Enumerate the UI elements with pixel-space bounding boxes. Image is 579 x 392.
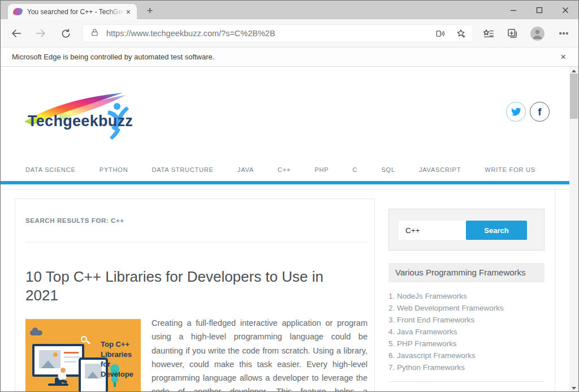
- sidebar-divider: [388, 381, 545, 382]
- results-divider: [25, 242, 367, 243]
- frameworks-list-item: 6. Javascript Frameworks: [388, 350, 545, 361]
- web-page: Techgeekbuzz f DATA SCIENCEPYTHONDATA ST…: [1, 67, 578, 392]
- nav-item[interactable]: WRITE FOR US: [485, 166, 535, 173]
- thumb-monitor-graphic: [32, 344, 84, 377]
- article-excerpt: Creating a full-fledged interactive appl…: [152, 316, 368, 392]
- tab-title: You searched for C++ - TechGee: [27, 8, 124, 16]
- address-bar[interactable]: https://www.techgeekbuzz.com/?s=C%2B%2B: [82, 24, 473, 42]
- search-results-panel: SEARCH RESULTS FOR: C++ 10 Top C++ Libra…: [15, 199, 375, 392]
- forward-button[interactable]: [33, 26, 48, 41]
- thumb-person-graphic: [61, 368, 66, 373]
- nav-item[interactable]: C: [353, 166, 358, 173]
- framework-link[interactable]: 4. Java Frameworks: [388, 326, 545, 338]
- maximize-button[interactable]: [526, 1, 552, 19]
- nav-item[interactable]: DATA SCIENCE: [25, 166, 76, 173]
- nav-item[interactable]: PYTHON: [100, 166, 128, 173]
- main-navigation: DATA SCIENCEPYTHONDATA STRUCTUREJAVAC++P…: [1, 158, 570, 184]
- tab-favicon-icon: [13, 8, 23, 15]
- article-thumbnail[interactable]: Top C++ Libraries for Develope: [25, 319, 141, 392]
- close-window-button[interactable]: [552, 1, 578, 19]
- thumbnail-caption: Top C++ Libraries for Develope: [101, 339, 141, 379]
- tab-close-icon[interactable]: ×: [124, 7, 132, 16]
- twitter-button[interactable]: [506, 102, 526, 122]
- logo-text: Techgeekbuzz: [28, 113, 133, 130]
- nav-item[interactable]: C++: [278, 166, 291, 173]
- nav-item[interactable]: JAVASCRIPT: [419, 166, 461, 173]
- frameworks-list-item: 7. Python Frameworks: [388, 361, 545, 373]
- frameworks-list-item: 5. PHP Frameworks: [388, 338, 545, 350]
- url-text[interactable]: https://www.techgeekbuzz.com/?s=C%2B%2B: [106, 29, 432, 38]
- frameworks-list-item: 2. Web Development Frameworks: [388, 302, 545, 314]
- browser-window: You searched for C++ - TechGee × +: [0, 0, 579, 392]
- sidebar-search-button[interactable]: Search: [466, 221, 527, 240]
- main-nav-links: DATA SCIENCEPYTHONDATA STRUCTUREJAVAC++P…: [25, 158, 535, 181]
- window-controls: [500, 1, 578, 19]
- automation-notice-bar: Microsoft Edge is being controlled by au…: [1, 48, 578, 67]
- framework-link[interactable]: 2. Web Development Frameworks: [388, 302, 545, 314]
- sidebar-search-widget: Search: [388, 209, 545, 251]
- framework-link[interactable]: 7. Python Frameworks: [388, 361, 545, 373]
- title-bar: You searched for C++ - TechGee × +: [1, 1, 578, 19]
- favorites-hub-icon[interactable]: [481, 26, 495, 41]
- content-divider-right: [555, 189, 555, 392]
- scrollbar-thumb[interactable]: [570, 74, 578, 119]
- nav-item[interactable]: JAVA: [237, 166, 254, 173]
- frameworks-list-item: 3. Front End Frameworks: [388, 314, 545, 326]
- sidebar-search-input[interactable]: [399, 221, 466, 240]
- facebook-button[interactable]: f: [530, 102, 550, 122]
- back-button[interactable]: [9, 26, 24, 41]
- framework-link[interactable]: 3. Front End Frameworks: [388, 314, 545, 326]
- refresh-button[interactable]: [58, 26, 73, 41]
- lock-icon[interactable]: [90, 28, 100, 40]
- nav-item[interactable]: DATA STRUCTURE: [152, 166, 214, 173]
- add-favorite-star-icon[interactable]: [452, 26, 469, 41]
- profile-avatar[interactable]: [530, 27, 545, 41]
- nav-accent-bar: [1, 181, 570, 184]
- nav-item[interactable]: SQL: [381, 166, 395, 173]
- content-divider-top: [1, 189, 570, 189]
- scrollbar-down-arrow[interactable]: [569, 384, 578, 392]
- frameworks-list-item: 4. Java Frameworks: [388, 326, 545, 338]
- frameworks-list: 1. NodeJs Frameworks2. Web Development F…: [388, 290, 545, 373]
- settings-menu-icon[interactable]: [556, 26, 571, 41]
- browser-toolbar: https://www.techgeekbuzz.com/?s=C%2B%2B: [1, 19, 578, 48]
- twitter-icon: [511, 107, 521, 117]
- framework-link[interactable]: 6. Javascript Frameworks: [388, 350, 545, 361]
- thumb-cloud-icon: [30, 330, 42, 335]
- framework-link[interactable]: 5. PHP Frameworks: [388, 338, 545, 350]
- nav-item[interactable]: PHP: [314, 166, 329, 173]
- article-title-link[interactable]: 10 Top C++ Libraries for Developers to U…: [25, 268, 360, 305]
- thumb-magnifier-icon: [81, 336, 87, 342]
- read-aloud-icon[interactable]: [432, 26, 449, 41]
- frameworks-widget-title: Various Programming Frameworks: [388, 263, 545, 282]
- page-scrollbar[interactable]: [569, 67, 578, 392]
- site-logo[interactable]: Techgeekbuzz: [23, 91, 139, 147]
- automation-notice-text: Microsoft Edge is being controlled by au…: [12, 53, 560, 61]
- new-tab-button[interactable]: +: [142, 3, 157, 18]
- frameworks-list-item: 1. NodeJs Frameworks: [388, 290, 545, 302]
- minimize-button[interactable]: [500, 1, 526, 19]
- browser-tab[interactable]: You searched for C++ - TechGee ×: [8, 4, 137, 19]
- facebook-icon: f: [538, 106, 541, 118]
- notice-close-icon[interactable]: ×: [560, 52, 566, 62]
- search-results-label: SEARCH RESULTS FOR: C++: [25, 217, 124, 224]
- collections-icon[interactable]: [505, 26, 520, 41]
- framework-link[interactable]: 1. NodeJs Frameworks: [388, 290, 545, 302]
